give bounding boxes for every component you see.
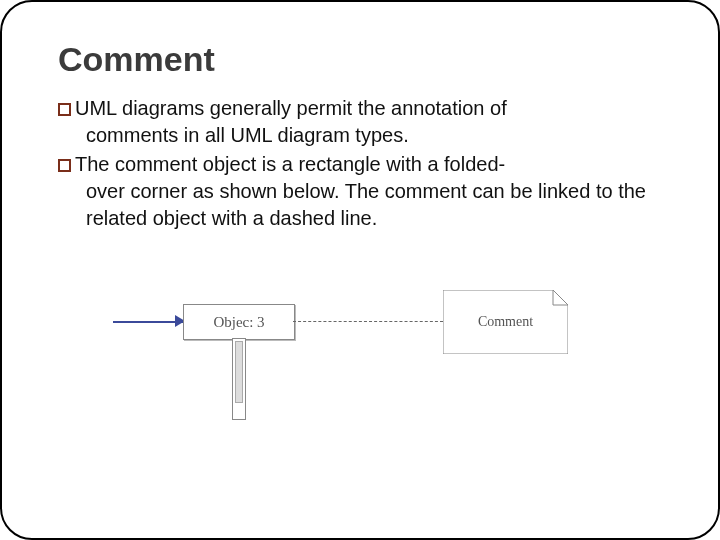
uml-object-box: Objec: 3	[183, 304, 295, 340]
uml-comment-label: Comment	[443, 290, 568, 354]
square-bullet-icon	[58, 159, 71, 172]
bullet-item: UML diagrams generally permit the annota…	[58, 95, 662, 149]
slide-title: Comment	[58, 40, 662, 79]
uml-diagram: Objec: 3 Comment	[58, 276, 662, 456]
bullet-text: The comment object is a rectangle with a…	[75, 153, 505, 175]
bullet-text: UML diagrams generally permit the annota…	[75, 97, 507, 119]
lifeline-activation	[235, 341, 243, 403]
bullet-list: UML diagrams generally permit the annota…	[58, 95, 662, 232]
dashed-link-icon	[293, 321, 443, 322]
bullet-item: The comment object is a rectangle with a…	[58, 151, 662, 232]
slide-frame: Comment UML diagrams generally permit th…	[0, 0, 720, 540]
uml-comment-note: Comment	[443, 290, 568, 354]
square-bullet-icon	[58, 103, 71, 116]
bullet-continuation: over corner as shown below. The comment …	[86, 178, 662, 232]
arrow-line-icon	[113, 321, 183, 323]
bullet-continuation: comments in all UML diagram types.	[86, 122, 662, 149]
